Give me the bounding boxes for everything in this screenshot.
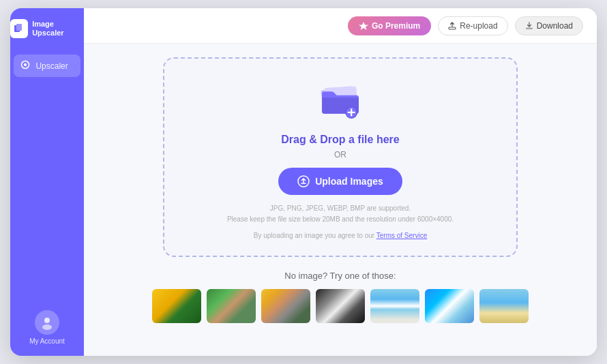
- drag-drop-text: Drag & Drop a file here: [281, 134, 399, 146]
- reupload-button[interactable]: Re-upload: [438, 16, 507, 35]
- sample-thumb-sky[interactable]: [370, 289, 419, 323]
- folder-illustration: [316, 79, 365, 123]
- content-area: Drag & Drop a file here OR Upload Images…: [84, 44, 597, 356]
- go-premium-button[interactable]: Go Premium: [348, 16, 431, 35]
- sample-thumb-sunflower[interactable]: [152, 289, 201, 323]
- sidebar: Image Upscaler Upscaler M: [10, 8, 84, 356]
- download-icon: [525, 22, 533, 30]
- folder-icon: [316, 79, 365, 120]
- terms-link[interactable]: Terms of Service: [376, 232, 427, 239]
- svg-rect-7: [449, 27, 456, 29]
- upload-button[interactable]: Upload Images: [278, 168, 402, 195]
- logo: Image Upscaler: [10, 19, 84, 38]
- dropzone[interactable]: Drag & Drop a file here OR Upload Images…: [163, 57, 518, 257]
- sidebar-bottom: My Account: [29, 310, 65, 345]
- or-text: OR: [334, 150, 346, 160]
- logo-text-image: Image Upscaler: [32, 20, 84, 37]
- terms-text: By uploading an image you agree to our T…: [254, 232, 427, 239]
- account-label: My Account: [29, 337, 65, 345]
- upload-icon: [297, 175, 310, 187]
- sample-thumb-woman[interactable]: [261, 289, 310, 323]
- svg-point-4: [44, 318, 50, 323]
- sample-thumb-man[interactable]: [207, 289, 256, 323]
- samples-label: No image? Try one of those:: [284, 271, 396, 281]
- sidebar-item-upscaler-label: Upscaler: [35, 61, 68, 71]
- premium-icon: [359, 21, 368, 31]
- samples-row: [152, 289, 529, 323]
- download-button[interactable]: Download: [515, 16, 583, 35]
- svg-rect-1: [16, 24, 22, 31]
- svg-marker-6: [359, 22, 368, 30]
- sidebar-item-upscaler[interactable]: Upscaler: [14, 55, 80, 77]
- supported-formats-text: JPG, PNG, JPEG, WEBP, BMP are supported.…: [227, 203, 454, 225]
- header: Go Premium Re-upload Download: [84, 8, 597, 44]
- upscaler-icon: [20, 60, 30, 72]
- sample-thumb-beach[interactable]: [479, 289, 529, 323]
- main-content: Go Premium Re-upload Download: [84, 8, 597, 356]
- sidebar-nav: Upscaler: [10, 55, 84, 310]
- svg-point-5: [42, 324, 52, 330]
- sample-thumb-water[interactable]: [425, 289, 474, 323]
- svg-point-3: [24, 63, 27, 66]
- app-window: Image Upscaler Upscaler M: [10, 8, 597, 356]
- reupload-icon: [448, 22, 456, 30]
- svg-rect-8: [526, 27, 533, 29]
- logo-icon: [10, 19, 28, 38]
- sample-thumb-bw[interactable]: [316, 289, 365, 323]
- account-avatar[interactable]: [35, 310, 59, 335]
